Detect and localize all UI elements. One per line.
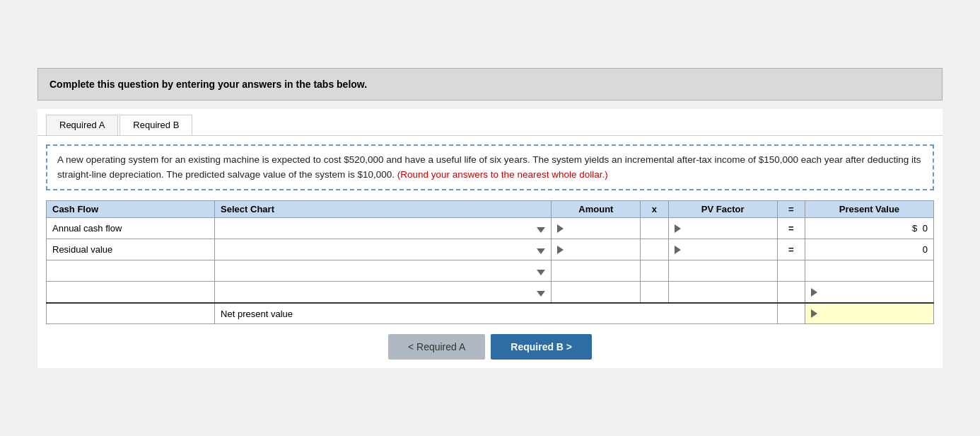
amount-arrow-2[interactable] (557, 246, 564, 254)
tabs-container: Required A Required B A new operating sy… (37, 109, 943, 369)
equals-cell-1: = (777, 218, 805, 239)
x-cell-2 (641, 239, 668, 260)
select-chart-cell-3[interactable] (215, 260, 552, 282)
dropdown-arrow-1[interactable] (537, 227, 545, 233)
header-present-value: Present Value (805, 201, 933, 218)
description-box: A new operating system for an existing m… (46, 144, 934, 191)
dropdown-arrow-2[interactable] (537, 248, 545, 254)
tab-row: Required A Required B (37, 109, 943, 135)
select-chart-cell-4[interactable] (215, 282, 552, 303)
cash-flow-label-4 (47, 282, 215, 303)
cash-flow-label-5 (47, 303, 215, 324)
header-cash-flow: Cash Flow (47, 201, 215, 218)
tab-required-b[interactable]: Required B (119, 115, 192, 135)
header-x: x (641, 201, 668, 218)
header-pv-factor: PV Factor (668, 201, 777, 218)
header-amount: Amount (552, 201, 641, 218)
net-pv-arrow[interactable] (811, 309, 817, 318)
pv-factor-cell-4 (668, 282, 777, 303)
pv-val-arrow-4[interactable] (811, 288, 817, 297)
pv-factor-cell-2 (668, 239, 777, 260)
amount-cell-1 (552, 218, 641, 239)
x-cell-3 (641, 260, 668, 282)
x-cell-1 (641, 218, 668, 239)
instruction-text: Complete this question by entering your … (49, 79, 367, 90)
present-value-cell-3 (805, 260, 933, 282)
amount-cell-2 (552, 239, 641, 260)
next-button[interactable]: Required B > (491, 334, 592, 360)
pv-factor-cell-1 (668, 218, 777, 239)
instruction-bar: Complete this question by entering your … (37, 68, 943, 101)
equals-cell-5 (777, 303, 805, 324)
outer-container: Complete this question by entering your … (30, 61, 950, 376)
description-highlight: (Round your answers to the nearest whole… (397, 169, 608, 180)
cash-flow-label-3 (47, 260, 215, 282)
cash-flow-label-1: Annual cash flow (47, 218, 215, 239)
dropdown-arrow-4[interactable] (537, 291, 545, 297)
equals-cell-2: = (777, 239, 805, 260)
header-equals: = (777, 201, 805, 218)
content-area: A new operating system for an existing m… (37, 135, 943, 369)
equals-cell-4 (777, 282, 805, 303)
amount-cell-4 (552, 282, 641, 303)
table-row: Residual value (47, 239, 934, 260)
pv-factor-cell-3 (668, 260, 777, 282)
tab-required-a[interactable]: Required A (46, 115, 118, 135)
bottom-nav: < Required A Required B > (46, 334, 934, 360)
net-present-value-cell[interactable] (805, 303, 933, 324)
table-row (47, 282, 934, 303)
net-present-label-cell: Net present value (215, 303, 778, 324)
x-cell-4 (641, 282, 668, 303)
present-value-cell-2: 0 (805, 239, 933, 260)
amount-cell-3 (552, 260, 641, 282)
dollar-sign-1: $ (912, 223, 917, 234)
equals-cell-3 (777, 260, 805, 282)
pv-arrow-1[interactable] (675, 224, 681, 233)
select-chart-cell-1[interactable] (215, 218, 552, 239)
table-row (47, 260, 934, 282)
present-value-cell-1: $ 0 (805, 218, 933, 239)
cash-flow-label-2: Residual value (47, 239, 215, 260)
prev-button[interactable]: < Required A (388, 334, 485, 360)
table-row: Annual cash flow (47, 218, 934, 239)
present-value-cell-4 (805, 282, 933, 303)
header-select-chart: Select Chart (215, 201, 552, 218)
data-table: Cash Flow Select Chart Amount x PV Facto (46, 200, 934, 324)
dropdown-arrow-3[interactable] (537, 270, 545, 275)
net-present-row: Net present value (47, 303, 934, 324)
pv-arrow-2[interactable] (675, 246, 681, 254)
select-chart-cell-2[interactable] (215, 239, 552, 260)
amount-arrow-1[interactable] (557, 224, 564, 233)
